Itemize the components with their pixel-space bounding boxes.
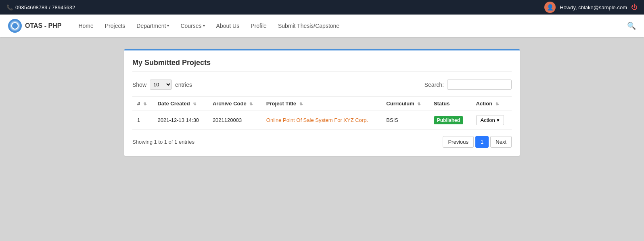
navbar: OTAS - PHP Home Projects Department ▾ Co… xyxy=(0,15,644,37)
entries-label: entries xyxy=(175,82,192,88)
row-action: Action ▾ xyxy=(471,111,512,130)
nav-projects[interactable]: Projects xyxy=(100,19,130,32)
page-title: My Submitted Projects xyxy=(132,59,512,71)
row-curriculum: BSIS xyxy=(381,111,429,130)
col-title[interactable]: Project Title ⇅ xyxy=(261,96,382,111)
main-content: My Submitted Projects Show 10 25 50 entr… xyxy=(0,37,644,168)
brand-name: OTAS - PHP xyxy=(25,22,61,29)
curriculum-sort-icon: ⇅ xyxy=(417,102,420,106)
search-input[interactable] xyxy=(447,80,512,90)
title-sort-icon: ⇅ xyxy=(299,102,303,106)
search-icon[interactable]: 🔍 xyxy=(627,21,636,30)
showing-text: Showing 1 to 1 of 1 entries xyxy=(132,139,194,145)
archive-sort-icon: ⇅ xyxy=(249,102,253,106)
topbar: 📞 09854698789 / 78945632 👤 Howdy, cblake… xyxy=(0,0,644,15)
col-status[interactable]: Status xyxy=(429,96,471,111)
topbar-right: 👤 Howdy, cblake@sample.com ⏻ xyxy=(544,2,638,13)
courses-dropdown-icon: ▾ xyxy=(203,23,205,28)
row-date: 2021-12-13 14:30 xyxy=(153,111,207,130)
nav-department[interactable]: Department ▾ xyxy=(132,19,174,32)
department-dropdown-icon: ▾ xyxy=(167,23,169,28)
col-num[interactable]: # ⇅ xyxy=(132,96,153,111)
nav-courses[interactable]: Courses ▾ xyxy=(176,19,209,32)
col-archive[interactable]: Archive Code ⇅ xyxy=(208,96,261,111)
row-archive: 2021120003 xyxy=(208,111,261,130)
card: My Submitted Projects Show 10 25 50 entr… xyxy=(124,49,520,156)
action-dropdown-icon: ▾ xyxy=(497,117,500,123)
show-entries: Show 10 25 50 entries xyxy=(132,80,192,90)
brand-logo-inner xyxy=(11,22,19,29)
project-title-link[interactable]: Online Point Of Sale System For XYZ Corp… xyxy=(266,117,368,123)
table-controls: Show 10 25 50 entries Search: xyxy=(132,80,512,90)
action-button[interactable]: Action ▾ xyxy=(476,115,504,125)
table-row: 1 2021-12-13 14:30 2021120003 Online Poi… xyxy=(132,111,512,130)
data-table: # ⇅ Date Created ⇅ Archive Code ⇅ Projec… xyxy=(132,96,512,130)
table-header: # ⇅ Date Created ⇅ Archive Code ⇅ Projec… xyxy=(132,96,512,111)
header-row: # ⇅ Date Created ⇅ Archive Code ⇅ Projec… xyxy=(132,96,512,111)
pagination: Previous 1 Next xyxy=(443,136,512,148)
num-sort-icon: ⇅ xyxy=(143,102,146,106)
page-1-button[interactable]: 1 xyxy=(475,136,489,148)
search-label: Search: xyxy=(424,82,444,88)
show-label: Show xyxy=(132,82,146,88)
phone-icon: 📞 xyxy=(6,4,13,10)
search-container: Search: xyxy=(424,80,512,90)
nav-profile[interactable]: Profile xyxy=(246,19,272,32)
action-label: Action xyxy=(481,117,495,123)
logout-icon[interactable]: ⏻ xyxy=(631,4,638,11)
row-status: Published xyxy=(429,111,471,130)
action-sort-icon: ⇅ xyxy=(496,102,499,106)
nav-home[interactable]: Home xyxy=(73,19,98,32)
col-action[interactable]: Action ⇅ xyxy=(471,96,512,111)
avatar-icon: 👤 xyxy=(547,4,554,10)
brand-logo xyxy=(8,19,22,33)
entries-select[interactable]: 10 25 50 xyxy=(150,80,172,90)
table-footer: Showing 1 to 1 of 1 entries Previous 1 N… xyxy=(132,136,512,148)
previous-button[interactable]: Previous xyxy=(443,136,474,148)
avatar: 👤 xyxy=(544,2,556,13)
status-badge: Published xyxy=(434,116,463,124)
greeting-text: Howdy, cblake@sample.com xyxy=(560,4,627,10)
table-body: 1 2021-12-13 14:30 2021120003 Online Poi… xyxy=(132,111,512,130)
row-title: Online Point Of Sale System For XYZ Corp… xyxy=(261,111,382,130)
next-button[interactable]: Next xyxy=(490,136,512,148)
brand-link[interactable]: OTAS - PHP xyxy=(8,19,61,33)
date-sort-icon: ⇅ xyxy=(193,102,196,106)
nav-about[interactable]: About Us xyxy=(211,19,245,32)
nav-links: Home Projects Department ▾ Courses ▾ Abo… xyxy=(73,19,627,32)
col-date[interactable]: Date Created ⇅ xyxy=(153,96,207,111)
phone-number: 09854698789 / 78945632 xyxy=(15,4,75,10)
nav-submit[interactable]: Submit Thesis/Capstone xyxy=(273,19,344,32)
row-num: 1 xyxy=(132,111,153,130)
topbar-left: 📞 09854698789 / 78945632 xyxy=(6,4,75,10)
col-curriculum[interactable]: Curriculum ⇅ xyxy=(381,96,429,111)
